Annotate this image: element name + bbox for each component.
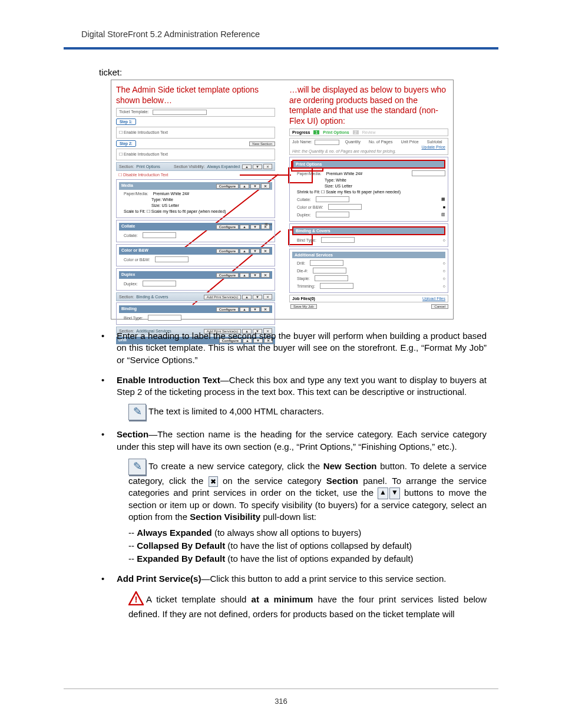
- bsf: Shrink to Fit: ☐ Scale my files to fit p…: [297, 190, 401, 195]
- d3l: Expanded By Default: [137, 554, 225, 564]
- bullet-heading: Enter a heading to label the second step…: [99, 330, 487, 366]
- bc-l: Collate:: [297, 197, 311, 202]
- sp-l: Staple:: [297, 276, 310, 281]
- b4-lead: Add Print Service(s): [117, 574, 201, 584]
- s2-v: Binding & Covers: [136, 295, 168, 299]
- d3r: (to have the list of options expanded by…: [225, 554, 413, 564]
- warning-icon: !: [128, 591, 144, 608]
- update-price[interactable]: Update Price: [422, 145, 445, 149]
- dr-l: Drill:: [297, 261, 305, 265]
- bpm-s: Size: US Letter: [325, 184, 352, 188]
- dr-v[interactable]: [310, 260, 343, 266]
- section-val: Print Options: [136, 164, 160, 169]
- b4-rest: —Click this button to add a print servic…: [201, 574, 446, 584]
- figure-admin-col: The Admin Side ticket template options s…: [116, 85, 275, 314]
- pm-val: Premium White 24#: [153, 192, 189, 196]
- jn-l: Job Name:: [292, 140, 312, 144]
- cancel-btn[interactable]: Cancel: [431, 304, 448, 309]
- st-l: Subtotal: [427, 140, 442, 145]
- cfg[interactable]: Configure: [216, 225, 239, 229]
- b-l: Bind Type:: [124, 316, 143, 320]
- d1l: Always Expanded: [137, 528, 212, 538]
- bpm-dd[interactable]: [412, 170, 445, 176]
- bullet-enable-intro: Enable Introduction Text—Check this box …: [99, 374, 487, 421]
- sp-v[interactable]: [315, 275, 348, 281]
- hint: Hint: the Quantity & no. of Pages are re…: [292, 149, 445, 153]
- cfg[interactable]: Configure: [216, 307, 239, 312]
- upload-btn[interactable]: Upload Files: [422, 297, 445, 301]
- cb-v[interactable]: [155, 256, 189, 262]
- add-print-btn[interactable]: Add Print Service(s): [204, 295, 241, 299]
- b-v[interactable]: [148, 315, 181, 321]
- new-section-btn[interactable]: New Section: [249, 141, 275, 146]
- bd-l: Duplex:: [297, 213, 311, 217]
- shrink-fit: Scale to Fit: ☐ Scale my files to fit pa…: [124, 209, 226, 214]
- d-v[interactable]: [143, 281, 176, 286]
- bpm-v: Premium White 24#: [326, 172, 362, 176]
- s2-l: Section:: [119, 295, 134, 299]
- step1-chip: Step 1:: [116, 118, 136, 125]
- page-number: 316: [0, 697, 562, 706]
- bb-l: Bind Type:: [297, 238, 316, 242]
- note-icon: ✎: [128, 404, 146, 420]
- bd-v[interactable]: [316, 212, 349, 218]
- di-l: Die-#:: [297, 269, 308, 273]
- jn-v[interactable]: [315, 140, 339, 145]
- b1-text: Enter a heading to label the second step…: [117, 331, 487, 365]
- tr-v[interactable]: [320, 283, 353, 289]
- d2r: (to have the list of options collapsed b…: [225, 541, 412, 551]
- enable-intro-2[interactable]: Enable Introduction Text: [119, 152, 272, 157]
- tt-label: Ticket Template:: [119, 110, 149, 114]
- bcb-v[interactable]: [328, 204, 362, 210]
- figure-buyer-col: …will be displayed as below to buyers wh…: [289, 85, 448, 314]
- b3c: on the service category: [218, 476, 326, 486]
- enable-intro-1[interactable]: Enable Introduction Text: [119, 130, 272, 135]
- c-v[interactable]: [143, 232, 176, 238]
- cfg[interactable]: Configure: [216, 273, 239, 278]
- b3f: pull-down list:: [260, 512, 316, 522]
- figure-admin-caption: The Admin Side ticket template options s…: [116, 85, 275, 106]
- b2-lead: Enable Introduction Text: [117, 375, 220, 385]
- hdr-collate: Collate: [121, 224, 135, 229]
- bb-v[interactable]: [321, 237, 355, 243]
- pm-size: Size: US Letter: [151, 203, 179, 207]
- hdr-bind: Binding: [121, 307, 137, 312]
- hdr-bb: Binding & Covers: [296, 229, 330, 233]
- cb-l: Color or B&W:: [124, 258, 150, 262]
- step-next: Review: [362, 130, 376, 134]
- d2l: Collapsed By Default: [137, 541, 225, 551]
- c-l: Collate:: [124, 233, 138, 238]
- hdr-add: Additional Services: [295, 253, 333, 257]
- step-name: Print Options: [323, 130, 349, 134]
- b3-sv: Section Visibility: [190, 512, 260, 522]
- tr-l: Trimming:: [297, 284, 315, 288]
- configure-btn[interactable]: Configure: [216, 184, 239, 189]
- cfg[interactable]: Configure: [216, 249, 239, 253]
- hdr-cbw: Color or B&W: [121, 248, 148, 253]
- pm-label: Paper/Media:: [124, 192, 148, 196]
- d-l: Duplex:: [124, 282, 138, 286]
- b3-ns: New Section: [323, 461, 377, 471]
- p-l: No. of Pages: [369, 140, 392, 145]
- svg-text:!: !: [135, 594, 138, 604]
- prog-lbl: Progress: [292, 130, 310, 134]
- step2-chip: Step 2:: [116, 140, 136, 147]
- b4na: A ticket template should: [146, 594, 252, 604]
- bc-v[interactable]: [316, 196, 349, 202]
- tt-field[interactable]: [153, 110, 207, 115]
- bullet-section: Section—The section name is the heading …: [99, 429, 487, 565]
- header-rule: [64, 47, 498, 50]
- ticket-admin-buyer-figure: The Admin Side ticket template options s…: [111, 80, 454, 319]
- disable-intro[interactable]: Disable Introduction Text: [118, 173, 275, 177]
- hdr-dup: Duplex: [121, 272, 135, 278]
- secvis-val: Always Expanded: [207, 164, 240, 169]
- save-btn[interactable]: Save My Job: [290, 304, 317, 309]
- up-l: Unit Price: [401, 140, 418, 145]
- updown-icon: ▲▼: [378, 487, 400, 499]
- b3-sec: Section: [326, 476, 358, 486]
- di-v[interactable]: [313, 268, 346, 274]
- footer-rule: [64, 689, 498, 689]
- q-l: Quantity: [345, 140, 361, 145]
- figure-buyer-caption: …will be displayed as below to buyers wh…: [289, 85, 448, 126]
- d1r: (to always show all options to buyers): [212, 528, 361, 538]
